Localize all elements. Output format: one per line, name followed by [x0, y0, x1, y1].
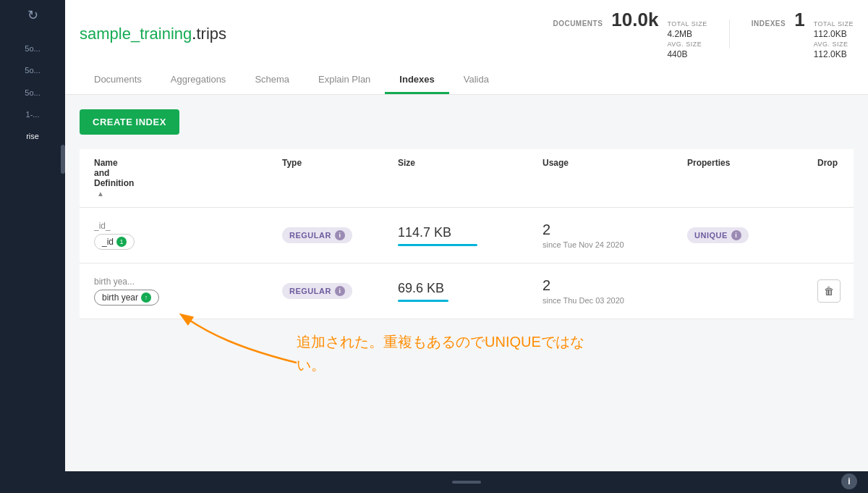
tab-validation[interactable]: Valida: [449, 67, 503, 94]
tab-documents[interactable]: Documents: [80, 67, 156, 94]
index-name-cell-1: _id_ _id 1: [94, 221, 282, 250]
th-usage: Usage: [542, 158, 687, 198]
db-name: sample_training: [80, 25, 192, 43]
sidebar-item-1[interactable]: 5o...: [0, 38, 65, 59]
documents-label: DOCUMENTS: [553, 20, 603, 28]
index-direction-icon-1: 1: [116, 237, 127, 247]
indexes-value: 1: [794, 9, 804, 31]
table-row: _id_ _id 1 REGULAR i 114.7 KB: [80, 208, 854, 264]
usage-cell-1: 2 since Tue Nov 24 2020: [542, 222, 687, 249]
avg-size-value: 440B: [667, 49, 707, 59]
bottom-bar-handle[interactable]: [452, 481, 481, 484]
main-content: sample_training.trips DOCUMENTS 10.0k TO…: [65, 0, 868, 493]
index-type-cell-2: REGULAR i: [282, 283, 398, 299]
total-size-value: 4.2MB: [667, 29, 707, 39]
tabs: Documents Aggregations Schema Explain Pl…: [80, 67, 854, 94]
annotation-area: 追加された。重複もあるのでUNIQUEではな い。: [80, 319, 854, 376]
annotation-arrow: [166, 312, 383, 370]
type-info-icon-1[interactable]: i: [335, 230, 345, 240]
table-row: birth yea... birth year ↑ REGULAR i 69.6…: [80, 264, 854, 319]
idx-avg-size-value: 112.0KB: [814, 49, 854, 59]
stat-divider: [729, 20, 730, 49]
collection-title: sample_training.trips: [80, 25, 226, 43]
tab-aggregations[interactable]: Aggregations: [156, 67, 241, 94]
idx-sub-stats: TOTAL SIZE 112.0KB AVG. SIZE 112.0KB: [814, 20, 854, 59]
size-value-1: 114.7 KB: [398, 225, 542, 240]
tab-explain-plan[interactable]: Explain Plan: [304, 67, 385, 94]
total-size-label: TOTAL SIZE: [667, 20, 707, 28]
sidebar: ↻ 5o... 5o... 5o... 1-... rise: [0, 0, 65, 493]
create-index-button[interactable]: CREATE INDEX: [80, 109, 179, 135]
index-field-name-2: birth year: [102, 292, 138, 303]
avg-size-label: AVG. SIZE: [667, 41, 707, 48]
properties-cell-1: UNIQUE i: [687, 227, 817, 243]
bottom-info-icon[interactable]: i: [841, 473, 857, 489]
type-badge-1: REGULAR i: [282, 227, 352, 243]
header-top: sample_training.trips DOCUMENTS 10.0k TO…: [80, 9, 854, 59]
coll-name: trips: [196, 25, 226, 43]
idx-total-size-value: 112.0KB: [814, 29, 854, 39]
bottom-bar: i: [65, 471, 868, 493]
properties-label-1: UNIQUE: [694, 231, 728, 240]
usage-cell-2: 2 since Thu Dec 03 2020: [542, 277, 687, 305]
docs-sub-stats: TOTAL SIZE 4.2MB AVG. SIZE 440B: [667, 20, 707, 59]
sidebar-item-2[interactable]: 5o...: [0, 59, 65, 81]
size-value-2: 69.6 KB: [398, 281, 542, 296]
th-name: Name and Definition: [94, 158, 282, 198]
usage-since-1: since Tue Nov 24 2020: [542, 240, 687, 249]
drop-button-2[interactable]: 🗑: [817, 279, 841, 303]
size-bar-2: [398, 300, 448, 302]
size-bar-1: [398, 244, 477, 246]
header-stats: DOCUMENTS 10.0k TOTAL SIZE 4.2MB AVG. SI…: [553, 9, 854, 59]
th-size: Size: [398, 158, 542, 198]
size-cell-2: 69.6 KB: [398, 281, 542, 302]
scroll-handle[interactable]: [61, 145, 65, 174]
sort-arrow-up-icon: [97, 190, 104, 198]
index-field-name-1: _id: [102, 237, 114, 247]
index-type-cell-1: REGULAR i: [282, 227, 398, 243]
index-name-tag-1: _id 1: [94, 234, 135, 250]
documents-value: 10.0k: [611, 9, 658, 31]
usage-count-1: 2: [542, 222, 687, 238]
index-direction-icon-2: ↑: [141, 292, 151, 303]
th-properties: Properties: [687, 158, 817, 198]
th-type: Type: [282, 158, 398, 198]
header: sample_training.trips DOCUMENTS 10.0k TO…: [65, 0, 868, 95]
usage-count-2: 2: [542, 277, 687, 294]
drop-cell-2: 🗑: [817, 279, 868, 303]
index-name-label-1: _id_: [94, 221, 282, 231]
type-badge-2: REGULAR i: [282, 283, 352, 299]
idx-avg-size-label: AVG. SIZE: [814, 41, 854, 48]
usage-since-2: since Thu Dec 03 2020: [542, 296, 687, 305]
index-name-cell-2: birth yea... birth year ↑: [94, 277, 282, 306]
type-label-1: REGULAR: [289, 231, 331, 240]
documents-stat: DOCUMENTS 10.0k TOTAL SIZE 4.2MB AVG. SI…: [553, 9, 707, 59]
type-label-2: REGULAR: [289, 287, 331, 295]
properties-info-icon-1[interactable]: i: [731, 230, 741, 240]
properties-badge-1: UNIQUE i: [687, 227, 749, 243]
refresh-icon[interactable]: ↻: [27, 7, 38, 23]
indexes-label: INDEXES: [752, 20, 786, 28]
content-area: CREATE INDEX Name and Definition Type Si…: [65, 95, 868, 493]
sidebar-item-3[interactable]: 5o...: [0, 82, 65, 104]
index-name-label-2: birth yea...: [94, 277, 282, 287]
idx-total-size-label: TOTAL SIZE: [814, 20, 854, 28]
th-drop: Drop: [817, 158, 868, 198]
type-info-icon-2[interactable]: i: [335, 286, 345, 296]
sidebar-item-4[interactable]: 1-...: [0, 104, 65, 125]
sidebar-item-5[interactable]: rise: [0, 125, 65, 147]
index-table: Name and Definition Type Size Usage Prop…: [80, 149, 854, 319]
th-name-label: Name and Definition: [94, 158, 282, 188]
size-cell-1: 114.7 KB: [398, 225, 542, 246]
indexes-stat: INDEXES 1 TOTAL SIZE 112.0KB AVG. SIZE 1…: [752, 9, 854, 59]
index-name-tag-2: birth year ↑: [94, 290, 159, 306]
tab-schema[interactable]: Schema: [240, 67, 304, 94]
tab-indexes[interactable]: Indexes: [385, 67, 448, 94]
table-header: Name and Definition Type Size Usage Prop…: [80, 149, 854, 208]
